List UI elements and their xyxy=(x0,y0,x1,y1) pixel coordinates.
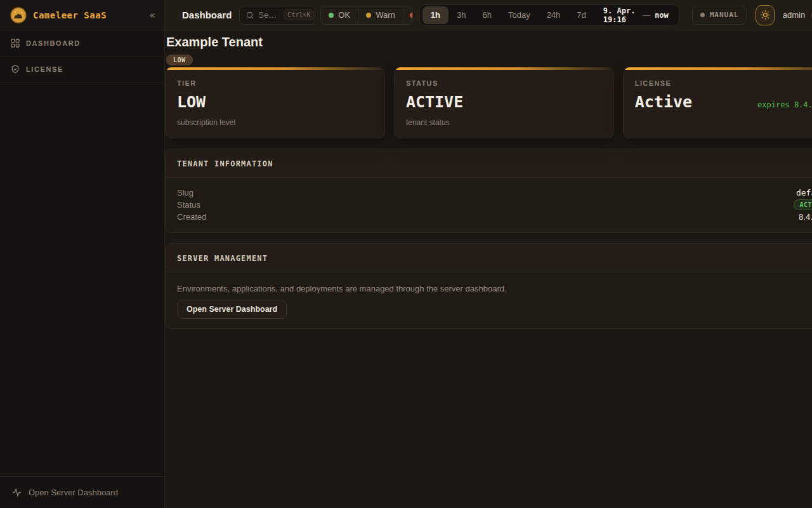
license-expiry-note: expires 8.4.2027 xyxy=(757,100,812,109)
search-box[interactable]: Ctrl+K xyxy=(239,6,315,25)
sidebar-header: Cameleer SaaS « xyxy=(0,0,164,30)
server-management-description: Environments, applications, and deployme… xyxy=(177,284,812,293)
sidebar-collapse-button[interactable]: « xyxy=(149,9,155,21)
timerange-group: 1h 3h 6h Today 24h 7d 9. Apr. 19:16 — no… xyxy=(419,4,679,26)
panel-header: TENANT INFORMATION xyxy=(166,149,812,178)
status-filter-label: OK xyxy=(338,10,350,20)
refresh-status-dot xyxy=(700,13,705,17)
timerange-from: 9. Apr. 19:16 xyxy=(603,6,638,24)
card-label: LICENSE xyxy=(635,79,812,87)
sun-icon xyxy=(760,10,771,20)
shield-icon xyxy=(10,64,20,74)
status-filter-label: Warn xyxy=(376,10,395,20)
card-label: TIER xyxy=(177,79,373,87)
panel-title: SERVER MANAGEMENT xyxy=(177,254,268,263)
sidebar-footer-label: Open Server Dashboard xyxy=(29,488,118,497)
card-value: LOW xyxy=(177,93,206,111)
card-license: LICENSE Active expires 8.4.2027 xyxy=(623,67,812,138)
refresh-mode-label: MANUAL xyxy=(710,11,739,19)
timerange-3h[interactable]: 3h xyxy=(449,6,474,24)
open-server-dashboard-button[interactable]: Open Server Dashboard xyxy=(177,300,287,319)
ok-status-dot xyxy=(329,13,334,18)
panel-body: Slug default Status ACTIVE Created 8.4.2… xyxy=(166,178,812,232)
panel-title: TENANT INFORMATION xyxy=(177,159,273,168)
info-row-slug: Slug default xyxy=(177,187,812,199)
timerange-6h[interactable]: 6h xyxy=(474,6,499,24)
info-label: Slug xyxy=(177,188,193,197)
status-filter-group: OK Warn xyxy=(320,6,412,25)
theme-toggle-button[interactable] xyxy=(756,5,774,25)
info-row-created: Created 8.4.2026 xyxy=(177,211,812,223)
sidebar-item-dashboard[interactable]: DASHBOARD xyxy=(0,30,164,57)
page-title: Dashboard xyxy=(182,10,232,20)
sidebar-item-license[interactable]: LICENSE xyxy=(0,57,164,83)
stat-cards: TIER LOW subscription level STATUS ACTIV… xyxy=(165,67,812,138)
panel-body: Environments, applications, and deployme… xyxy=(166,272,812,328)
timerange-separator: — xyxy=(643,11,650,20)
refresh-mode-button[interactable]: MANUAL xyxy=(692,6,747,25)
server-management-panel: SERVER MANAGEMENT Environments, applicat… xyxy=(165,243,812,329)
timerange-1h[interactable]: 1h xyxy=(422,6,449,24)
timerange-to: now xyxy=(655,11,669,20)
status-filter-warn[interactable]: Warn xyxy=(358,6,403,24)
search-icon xyxy=(246,11,254,20)
card-label: STATUS xyxy=(406,79,602,87)
info-label: Status xyxy=(177,200,200,210)
card-value: ACTIVE xyxy=(406,93,463,111)
card-value: Active xyxy=(635,93,692,111)
warn-status-dot xyxy=(366,13,371,18)
card-tier: TIER LOW subscription level xyxy=(165,67,385,138)
search-shortcut-kbd: Ctrl+K xyxy=(284,10,314,20)
sidebar: Cameleer SaaS « DASHBOARD LICENSE xyxy=(0,0,165,508)
app-title: Cameleer SaaS xyxy=(33,10,143,20)
main-area: Dashboard Ctrl+K OK Warn xyxy=(165,0,812,508)
card-status: STATUS ACTIVE tenant status xyxy=(394,67,614,138)
card-subtext: subscription level xyxy=(177,118,373,127)
sidebar-item-label: LICENSE xyxy=(26,65,63,73)
sidebar-footer-open-server-dashboard[interactable]: Open Server Dashboard xyxy=(0,476,164,508)
timerange-today[interactable]: Today xyxy=(500,6,539,24)
timerange-24h[interactable]: 24h xyxy=(539,6,569,24)
panel-header: SERVER MANAGEMENT xyxy=(166,244,812,272)
topbar: Dashboard Ctrl+K OK Warn xyxy=(165,0,812,30)
sidebar-nav: DASHBOARD LICENSE xyxy=(0,30,164,476)
status-badge: ACTIVE xyxy=(794,199,812,210)
pulse-icon xyxy=(11,487,22,498)
tenant-heading: Example Tenant xyxy=(166,35,812,50)
app-logo xyxy=(10,7,27,23)
timerange-current[interactable]: 9. Apr. 19:16 — now xyxy=(594,6,676,24)
status-filter-crit[interactable] xyxy=(403,6,413,24)
info-value: 8.4.2026 xyxy=(799,212,812,222)
info-label: Created xyxy=(177,212,206,222)
sidebar-item-label: DASHBOARD xyxy=(26,39,81,47)
content: Example Tenant LOW TIER LOW subscription… xyxy=(165,30,812,508)
status-filter-ok[interactable]: OK xyxy=(321,6,358,24)
search-input[interactable] xyxy=(258,10,280,20)
info-value: default xyxy=(796,188,812,197)
crit-status-dot xyxy=(410,13,413,18)
user-name: admin xyxy=(783,10,805,20)
grid-icon xyxy=(10,38,20,48)
info-row-status: Status ACTIVE xyxy=(177,199,812,211)
tenant-information-panel: TENANT INFORMATION Slug default Status A… xyxy=(165,149,812,233)
tier-badge: LOW xyxy=(166,55,193,65)
timerange-7d[interactable]: 7d xyxy=(568,6,594,24)
card-subtext: tenant status xyxy=(406,118,602,127)
